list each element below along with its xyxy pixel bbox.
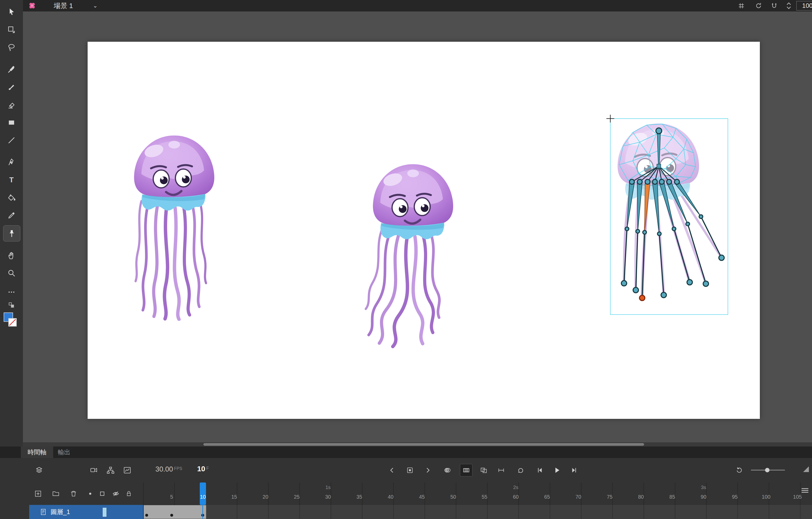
stage-h-scrollbar-thumb[interactable] xyxy=(203,443,644,446)
graph-editor-icon[interactable] xyxy=(122,465,133,475)
line-tool[interactable] xyxy=(3,133,20,148)
edit-multiple-frames-button[interactable] xyxy=(479,465,489,475)
visibility-column-header[interactable] xyxy=(111,489,121,499)
highlight-column-header[interactable] xyxy=(85,489,95,499)
grid-icon[interactable] xyxy=(737,2,746,10)
frame-unit: F xyxy=(206,466,209,470)
zoom-level-field[interactable]: 100% xyxy=(796,1,812,10)
panel-frames-divider xyxy=(143,483,144,505)
lasso-tool[interactable] xyxy=(3,40,20,55)
ruler-frame-label: 90 xyxy=(701,494,706,500)
timeline-zoom-slider-knob[interactable] xyxy=(765,468,770,472)
rotate-canvas-icon[interactable] xyxy=(754,2,763,10)
playhead-line[interactable] xyxy=(202,505,203,519)
keyframe-dot-1[interactable] xyxy=(145,514,148,517)
fluid-brush-tool[interactable] xyxy=(3,62,20,77)
tools-panel: T xyxy=(0,0,23,446)
fps-value[interactable]: 30.00 xyxy=(155,465,173,473)
timeline-zoom-slider[interactable] xyxy=(751,470,785,470)
current-frame-value[interactable]: 10 xyxy=(197,465,205,473)
top-bar: 場景 1 ⌄ 100% ⌄ xyxy=(23,0,812,12)
jellyfish-rigged[interactable] xyxy=(604,113,734,320)
more-tools-button[interactable] xyxy=(3,287,20,297)
paint-bucket-tool[interactable] xyxy=(3,190,20,205)
timeline-tab-bar: 時間軸 輸出 xyxy=(0,446,812,458)
ruler-second-label: 2s xyxy=(513,485,518,490)
asset-warp-tool[interactable] xyxy=(3,225,20,241)
fill-stroke-swatches[interactable] xyxy=(4,312,19,329)
tab-timeline[interactable]: 時間軸 xyxy=(21,446,53,458)
ruler-frame-label: 80 xyxy=(638,494,644,500)
prev-keyframe-button[interactable] xyxy=(387,465,397,475)
frame-ruler[interactable]: 5101520253035404550556065707580859095100… xyxy=(143,483,812,505)
default-colors-icon[interactable] xyxy=(3,300,20,310)
svg-text:T: T xyxy=(9,176,14,184)
onion-skin-button[interactable] xyxy=(442,465,453,475)
scene-breadcrumb[interactable]: 場景 1 xyxy=(54,0,73,11)
pasteboard[interactable] xyxy=(23,11,812,442)
eraser-tool[interactable] xyxy=(3,97,20,113)
timeline-menu-button[interactable] xyxy=(802,487,808,494)
outline-column-header[interactable] xyxy=(97,489,108,499)
camera-icon[interactable] xyxy=(89,465,99,475)
playhead-marker[interactable] xyxy=(200,483,206,505)
ruler-frame-label: 85 xyxy=(669,494,675,500)
ruler-frame-label: 25 xyxy=(294,494,300,500)
keyframe-dot-5[interactable] xyxy=(170,514,173,517)
keyframe-span[interactable] xyxy=(143,505,169,519)
ruler-second-label: 3s xyxy=(701,485,706,490)
scene-dropdown-chevron[interactable]: ⌄ xyxy=(93,0,97,11)
center-frame-button[interactable] xyxy=(405,465,415,475)
layer-row-selected[interactable]: 圖層_1 xyxy=(29,505,143,519)
jellyfish-pose-1[interactable] xyxy=(116,128,232,321)
layer-row[interactable]: 圖層_1 xyxy=(0,505,812,519)
layers-panel-icon[interactable] xyxy=(34,465,44,475)
ruler-frame-label: 100 xyxy=(762,494,770,500)
ruler-frame-label: 15 xyxy=(231,494,237,500)
onion-skin-range-button[interactable] xyxy=(460,464,472,477)
add-layer-button[interactable] xyxy=(33,489,43,499)
loop-button[interactable] xyxy=(515,465,526,475)
step-forward-button[interactable] xyxy=(569,465,579,475)
ruler-frame-label: 45 xyxy=(419,494,425,500)
selected-joint[interactable] xyxy=(639,295,645,301)
next-keyframe-button[interactable] xyxy=(423,465,433,475)
lock-column-header[interactable] xyxy=(124,489,134,499)
jellyfish-pose-2[interactable] xyxy=(355,156,471,349)
free-transform-tool[interactable] xyxy=(3,22,20,37)
fill-color-swatch[interactable] xyxy=(8,318,17,326)
selected-bone[interactable] xyxy=(645,183,650,232)
zoom-tool[interactable] xyxy=(3,265,20,281)
layer-frames-track[interactable] xyxy=(143,505,812,519)
text-tool[interactable]: T xyxy=(3,172,20,188)
snap-icon[interactable] xyxy=(770,2,779,10)
current-frame-field[interactable]: 10F xyxy=(197,465,209,473)
reset-timeline-zoom-button[interactable] xyxy=(734,465,745,475)
pen-tool[interactable] xyxy=(3,154,20,170)
tab-output[interactable]: 輸出 xyxy=(51,446,77,458)
delete-layer-button[interactable] xyxy=(68,489,79,499)
marker-range-button[interactable] xyxy=(496,465,506,475)
play-button[interactable] xyxy=(552,465,562,475)
panel-corner-grip[interactable] xyxy=(803,466,809,472)
stepper-icon[interactable] xyxy=(785,1,793,10)
stage-h-scrollbar[interactable] xyxy=(23,442,812,446)
ruler-frame-label: 60 xyxy=(513,494,519,500)
timeline-panel: 時間軸 輸出 30.00FPS xyxy=(0,446,812,519)
ruler-frame-label: 30 xyxy=(325,494,331,500)
step-back-button[interactable] xyxy=(534,465,545,475)
hand-tool[interactable] xyxy=(3,248,20,263)
keyframe-span[interactable] xyxy=(169,505,200,519)
ruler-frame-label: 95 xyxy=(732,494,738,500)
eyedropper-tool[interactable] xyxy=(3,208,20,223)
layer-name[interactable]: 圖層_1 xyxy=(51,508,70,516)
transform-origin-crosshair[interactable] xyxy=(607,115,614,122)
animate-logo[interactable] xyxy=(28,2,36,10)
classic-brush-tool[interactable] xyxy=(3,79,20,95)
rectangle-tool[interactable] xyxy=(3,115,20,131)
hierarchy-icon[interactable] xyxy=(105,465,116,475)
fps-field[interactable]: 30.00FPS xyxy=(155,465,182,473)
animate-app-window: 場景 1 ⌄ 100% ⌄ xyxy=(0,0,812,519)
selection-tool[interactable] xyxy=(3,4,20,20)
add-folder-button[interactable] xyxy=(51,489,61,499)
